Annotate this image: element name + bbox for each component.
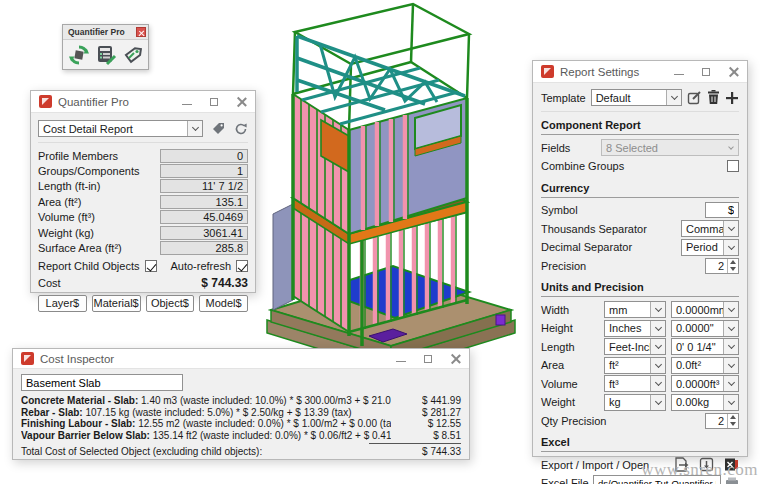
precision-value: 2 (706, 259, 727, 273)
object-name-input[interactable] (21, 374, 183, 391)
report-type-dropdown[interactable]: Cost Detail Report (38, 120, 203, 137)
unit-row-label: Height (541, 322, 604, 334)
close-button[interactable] (449, 353, 461, 365)
thousands-separator-label: Thousands Separator (541, 223, 681, 235)
chevron-down-icon[interactable] (723, 321, 738, 336)
stat-value: 11' 7 1/2 (160, 179, 248, 193)
area-unit-dropdown[interactable]: ft² (604, 357, 666, 374)
report-settings-icon[interactable] (95, 44, 117, 66)
chevron-down-icon[interactable] (666, 90, 681, 105)
material-cost-button[interactable]: Material$ (92, 295, 141, 312)
report-settings-app-icon (541, 65, 554, 78)
fields-value: 8 Selected (602, 142, 729, 154)
line-item-amount: $ 441.99 (391, 395, 461, 406)
format-value: 0' 0 1/4" (672, 341, 723, 353)
maximize-button[interactable] (208, 96, 220, 108)
stat-value: 135.1 (160, 195, 248, 209)
height-unit-dropdown[interactable]: Inches (604, 320, 666, 337)
3d-model-viewport[interactable] (265, 2, 523, 396)
combine-groups-label: Combine Groups (541, 160, 727, 172)
toolbar-close-icon[interactable] (136, 27, 146, 37)
volume-unit-dropdown[interactable]: ft³ (604, 375, 666, 392)
stat-value: 45.0469 (160, 210, 248, 224)
chevron-down-icon[interactable] (723, 240, 738, 255)
cost-inspector-titlebar[interactable]: Cost Inspector (13, 349, 469, 369)
toolbar-titlebar[interactable]: Quantifier Pro (63, 25, 148, 40)
chevron-down-icon[interactable] (650, 339, 665, 354)
thousands-separator-value: Comma (682, 223, 723, 235)
line-item-amount: $ 12.55 (391, 418, 461, 429)
auto-refresh-checkbox[interactable] (236, 260, 248, 272)
excel-heading: Excel (541, 434, 739, 452)
height-format-dropdown[interactable]: 0.0000" (671, 320, 739, 337)
maximize-button[interactable] (422, 353, 434, 365)
chevron-down-icon[interactable] (723, 302, 738, 317)
stat-label: Area (ft²) (38, 196, 160, 208)
stat-label: Length (ft-in) (38, 180, 160, 192)
report-settings-titlebar[interactable]: Report Settings (533, 61, 747, 83)
add-template-icon[interactable] (725, 91, 739, 105)
template-value: Default (592, 92, 666, 104)
cost-inspector-icon[interactable] (122, 44, 144, 66)
minimize-button[interactable] (181, 96, 193, 108)
minimize-button[interactable] (673, 66, 685, 78)
model-cost-button[interactable]: Model$ (199, 295, 248, 312)
weight-format-dropdown[interactable]: 0.00kg (671, 394, 739, 411)
chevron-down-icon[interactable] (650, 395, 665, 410)
unit-row-label: Area (541, 359, 604, 371)
length-format-dropdown[interactable]: 0' 0 1/4" (671, 338, 739, 355)
report-child-objects-label: Report Child Objects (38, 260, 140, 272)
symbol-label: Symbol (541, 204, 705, 216)
framing-model-drawing (265, 2, 523, 396)
stat-row: Length (ft-in) 11' 7 1/2 (38, 179, 248, 194)
chevron-down-icon[interactable] (723, 221, 738, 236)
delete-template-icon[interactable] (707, 90, 720, 105)
quantifier-titlebar[interactable]: Quantifier Pro (31, 91, 255, 113)
combine-groups-checkbox[interactable] (727, 160, 739, 172)
close-button[interactable] (235, 96, 247, 108)
stat-label: Groups/Components (38, 165, 160, 177)
cost-inspector-title: Cost Inspector (40, 353, 389, 365)
stat-row: Profile Members 0 (38, 148, 248, 163)
symbol-input[interactable] (705, 202, 739, 218)
volume-format-dropdown[interactable]: 0.0000ft³ (671, 375, 739, 392)
cost-line-item: Rebar - Slab: 107.15 kg (waste included:… (21, 407, 461, 419)
fields-dropdown[interactable]: 8 Selected (601, 139, 739, 156)
unit-value: mm (605, 304, 650, 316)
area-format-dropdown[interactable]: 0.0ft² (671, 357, 739, 374)
report-child-objects-checkbox[interactable] (145, 260, 157, 272)
chevron-down-icon[interactable] (723, 395, 738, 410)
chevron-down-icon[interactable] (650, 321, 665, 336)
chevron-down-icon[interactable] (723, 358, 738, 373)
edit-template-icon[interactable] (687, 90, 702, 105)
width-unit-dropdown[interactable]: mm (604, 301, 666, 318)
chevron-down-icon[interactable] (650, 302, 665, 317)
quantifier-refresh-icon[interactable] (68, 44, 90, 66)
template-dropdown[interactable]: Default (591, 89, 682, 106)
qty-precision-spinner[interactable]: 2 (705, 413, 739, 429)
thousands-separator-dropdown[interactable]: Comma (681, 220, 739, 237)
stat-label: Profile Members (38, 150, 160, 162)
maximize-button[interactable] (700, 66, 712, 78)
precision-label: Precision (541, 260, 705, 272)
decimal-separator-dropdown[interactable]: Period (681, 239, 739, 256)
minimize-button[interactable] (395, 353, 407, 365)
line-item-amount: $ 281.27 (391, 407, 461, 418)
qty-precision-label: Qty Precision (541, 415, 705, 427)
weight-unit-dropdown[interactable]: kg (604, 394, 666, 411)
length-unit-dropdown[interactable]: Feet-Inches / (604, 338, 666, 355)
chevron-down-icon[interactable] (650, 376, 665, 391)
precision-spinner[interactable]: 2 (705, 258, 739, 274)
tag-icon[interactable] (211, 121, 226, 136)
layer-cost-button[interactable]: Layer$ (38, 295, 87, 312)
chevron-down-icon[interactable] (650, 358, 665, 373)
chevron-down-icon[interactable] (723, 376, 738, 391)
chevron-down-icon[interactable] (187, 121, 202, 136)
refresh-icon[interactable] (234, 122, 248, 136)
chevron-down-icon[interactable] (723, 339, 738, 354)
object-cost-button[interactable]: Object$ (146, 295, 195, 312)
width-format-dropdown[interactable]: 0.0000mm (671, 301, 739, 318)
quantifier-toolbar-window: Quantifier Pro (62, 24, 149, 70)
close-button[interactable] (727, 66, 739, 78)
format-value: 0.0000mm (672, 304, 723, 316)
